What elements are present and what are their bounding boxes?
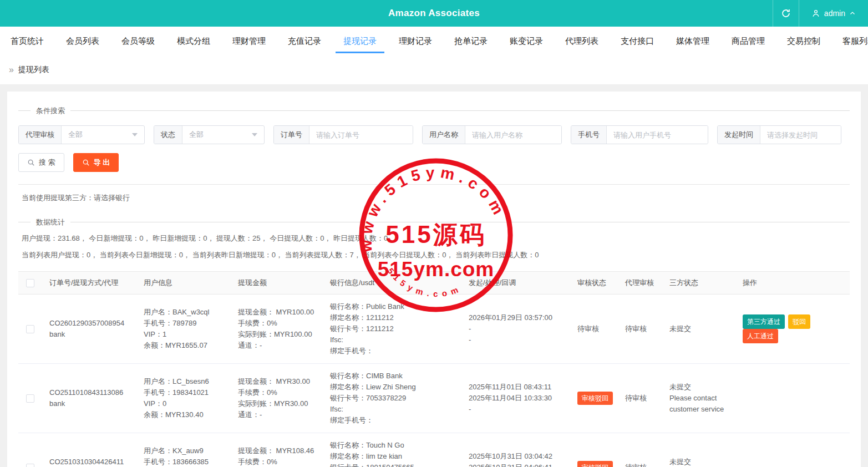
nav-tab-13[interactable]: 媒体管理 — [673, 27, 712, 55]
column-header: 发起/处理/回调 — [464, 272, 573, 295]
search-button[interactable]: 搜 索 — [18, 153, 64, 172]
third-party-notice: 当前使用提现第三方：请选择银行 — [18, 185, 850, 212]
time-line: - — [469, 404, 568, 415]
search-field-group: 状态全部 — [154, 125, 265, 144]
action-button-orange[interactable]: 人工通过 — [743, 329, 778, 343]
bank-line: 银行卡号：7053378229 — [330, 393, 460, 404]
field-label: 订单号 — [274, 126, 309, 144]
order-line: bank — [49, 329, 135, 340]
export-button[interactable]: 导 出 — [73, 153, 119, 172]
select-all-checkbox[interactable] — [26, 279, 34, 287]
agent-audit-status: 待审核 — [625, 463, 647, 467]
nav-tab-4[interactable]: 模式分组 — [174, 27, 213, 55]
time-line: 2025年10月31日 04:06:41 — [469, 462, 568, 467]
field-label: 发起时间 — [718, 126, 760, 144]
field-label: 手机号 — [571, 126, 607, 144]
nav-tab-8[interactable]: 理财记录 — [396, 27, 435, 55]
button-row: 搜 索 导 出 — [18, 153, 850, 172]
search-field-group: 订单号 — [273, 125, 413, 144]
action-button-amber[interactable]: 驳回 — [788, 314, 810, 329]
user-icon — [811, 9, 820, 18]
amount-line: 手续费：0% — [238, 387, 321, 398]
audit-status-badge: 审核驳回 — [577, 461, 613, 467]
table-row: CO2511010843113086bank用户名：LC_bsesn6手机号：1… — [18, 364, 850, 433]
audit-status-badge: 审核驳回 — [577, 392, 613, 405]
nav-tab-2[interactable]: 会员列表 — [63, 27, 102, 55]
third-line: 未提交 — [669, 382, 734, 393]
content-area: 条件搜索 代理审核全部状态全部订单号用户名称手机号发起时间 搜 索 导 出 — [0, 84, 868, 467]
order-line: CO2601290357008954 — [49, 318, 135, 329]
breadcrumb: » 提现列表 — [0, 55, 868, 84]
select-value: 全部 — [189, 130, 252, 140]
bank-line: 绑定手机号： — [330, 346, 460, 357]
bank-line: Ifsc: — [330, 334, 460, 346]
row-checkbox[interactable] — [26, 464, 34, 467]
field-label: 状态 — [154, 126, 182, 144]
withdrawal-table: 订单号/提现方式/代理用户信息提现金额银行信息/usdt发起/处理/回调审核状态… — [18, 271, 850, 467]
order-line: CO2510310304426411 — [49, 456, 135, 467]
bank-line: 银行名称：Touch N Go — [330, 440, 460, 451]
text-input-field[interactable] — [607, 126, 708, 144]
nav-tab-1[interactable]: 首页统计 — [8, 27, 47, 55]
bank-line: 绑定名称：1211212 — [330, 312, 460, 323]
search-field-group: 代理审核全部 — [18, 125, 145, 144]
select-field[interactable]: 全部 — [182, 126, 264, 144]
time-line: 2025年11月01日 08:43:11 — [469, 382, 568, 393]
text-input-field[interactable] — [760, 126, 841, 144]
field-label: 用户名称 — [423, 126, 465, 144]
bank-line: 绑定名称：lim tze kian — [330, 451, 460, 462]
bank-line: 绑定名称：Liew Zhi Sheng — [330, 382, 460, 393]
user-line: 用户名：KX_auw9 — [144, 445, 229, 456]
nav-tab-12[interactable]: 支付接口 — [618, 27, 657, 55]
nav-tab-14[interactable]: 商品管理 — [729, 27, 768, 55]
column-header: 银行信息/usdt — [326, 272, 464, 295]
nav-tab-16[interactable]: 客服列表 — [840, 27, 868, 55]
refresh-icon — [781, 8, 791, 18]
bank-line: Ifsc: — [330, 404, 460, 415]
bank-line: 银行名称：Public Bank — [330, 301, 460, 312]
nav-tab-15[interactable]: 交易控制 — [784, 27, 823, 55]
username: admin — [824, 9, 845, 18]
user-menu[interactable]: admin — [799, 0, 868, 27]
text-input-field[interactable] — [309, 126, 413, 144]
action-button-teal[interactable]: 第三方通过 — [743, 314, 785, 329]
nav-tab-7[interactable]: 提现记录 — [341, 27, 379, 55]
time-line: - — [469, 334, 568, 346]
search-field-group: 发起时间 — [717, 125, 841, 144]
third-line: 未提交 — [669, 323, 734, 334]
order-line: bank — [49, 398, 135, 409]
stats-section-legend: 数据统计 — [18, 222, 850, 222]
nav-tab-10[interactable]: 账变记录 — [507, 27, 546, 55]
table-row: CO2601290357008954bank用户名：BAK_w3cql手机号：7… — [18, 295, 850, 364]
stats-line-2: 当前列表用户提现：0， 当前列表今日新增提现：0， 当前列表昨日新增提现：0， … — [18, 247, 850, 263]
nav-tab-6[interactable]: 充值记录 — [285, 27, 324, 55]
text-input-field[interactable] — [465, 126, 561, 144]
refresh-button[interactable] — [773, 0, 799, 27]
column-header: 审核状态 — [573, 272, 621, 295]
user-line: 手机号：198341021 — [144, 387, 229, 398]
topbar: Amazon Associates admin — [0, 0, 868, 27]
user-line: 用户名：BAK_w3cql — [144, 307, 229, 318]
third-line: 未提交 — [669, 456, 734, 467]
breadcrumb-label: 提现列表 — [18, 65, 49, 75]
user-line: 手机号：789789 — [144, 318, 229, 329]
column-header: 用户信息 — [139, 272, 234, 295]
audit-status: 待审核 — [577, 324, 599, 333]
nav-tab-5[interactable]: 理财管理 — [230, 27, 268, 55]
time-line: 2025年11月04日 10:33:30 — [469, 393, 568, 404]
breadcrumb-arrows-icon: » — [9, 65, 14, 74]
nav-tab-11[interactable]: 代理列表 — [562, 27, 601, 55]
table-row: CO2510310304426411bank用户名：KX_auw9手机号：183… — [18, 433, 850, 467]
select-field[interactable]: 全部 — [62, 126, 144, 144]
page: Amazon Associates admin 首页统计会员列表会员等级 — [0, 0, 868, 467]
row-checkbox[interactable] — [26, 394, 34, 403]
search-button-label: 搜 索 — [39, 158, 55, 167]
amount-line: 手续费：0% — [238, 456, 321, 467]
stats-block: 用户提现：231.68， 今日新增提现：0， 昨日新增提现：0， 提现人数：25… — [18, 230, 850, 263]
row-checkbox[interactable] — [26, 325, 34, 333]
select-value: 全部 — [68, 130, 132, 140]
nav-tab-3[interactable]: 会员等级 — [119, 27, 158, 55]
export-icon — [82, 159, 90, 166]
search-legend-label: 条件搜索 — [31, 106, 70, 116]
nav-tab-9[interactable]: 抢单记录 — [451, 27, 490, 55]
